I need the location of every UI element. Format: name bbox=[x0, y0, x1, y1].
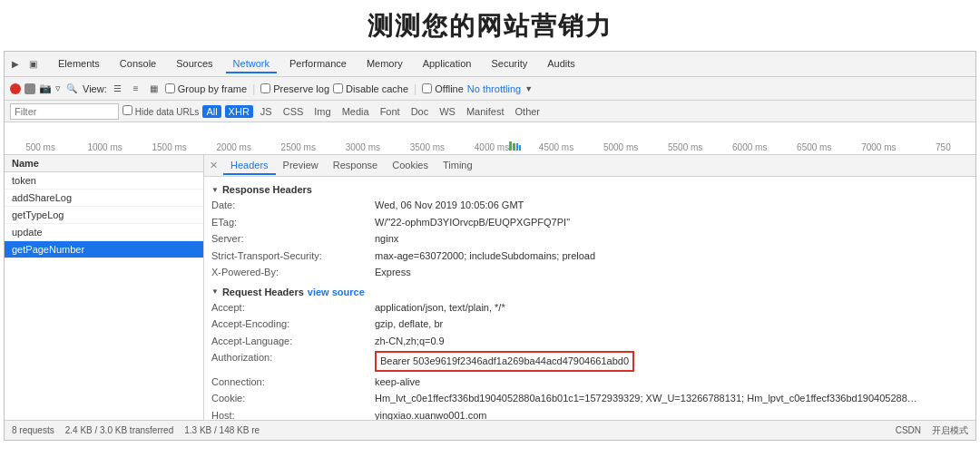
filter-type-ws[interactable]: WS bbox=[436, 105, 459, 118]
group-by-frame-label: Group by frame bbox=[178, 83, 247, 94]
timeline-marker-blue bbox=[516, 143, 518, 151]
filter-type-all[interactable]: All bbox=[202, 105, 220, 118]
request-header-host-name: Host: bbox=[211, 408, 375, 421]
preserve-log-group: Preserve log bbox=[260, 83, 329, 94]
tab-sources[interactable]: Sources bbox=[169, 55, 220, 73]
devtools-container: ▶ ▣ Elements Console Sources Network Per… bbox=[4, 51, 976, 441]
request-header-accept-language-name: Accept-Language: bbox=[211, 334, 375, 349]
tab-application[interactable]: Application bbox=[416, 55, 479, 73]
response-header-server-name: Server: bbox=[211, 231, 375, 247]
response-header-date-value: Wed, 06 Nov 2019 10:05:06 GMT bbox=[375, 198, 524, 213]
right-panel: ✕ Headers Preview Response Cookies Timin… bbox=[204, 155, 975, 420]
request-header-accept: Accept: application/json, text/plain, */… bbox=[211, 299, 968, 316]
filter-type-media[interactable]: Media bbox=[338, 105, 373, 118]
inspect-icon[interactable]: ▶ bbox=[8, 57, 23, 72]
response-header-etag-name: ETag: bbox=[211, 215, 375, 230]
disable-cache-checkbox[interactable] bbox=[333, 83, 343, 93]
request-header-accept-encoding: Accept-Encoding: gzip, deflate, br bbox=[211, 316, 968, 333]
request-list: token addShareLog getTypeLog update getP… bbox=[5, 172, 203, 420]
timeline-label-5000: 5000 ms bbox=[589, 142, 653, 152]
filter-type-font[interactable]: Font bbox=[377, 105, 404, 118]
left-panel: Name token addShareLog getTypeLog update… bbox=[5, 155, 204, 420]
filter-input[interactable] bbox=[10, 103, 119, 120]
filter-type-js[interactable]: JS bbox=[257, 105, 276, 118]
preserve-log-label: Preserve log bbox=[273, 83, 329, 94]
detail-tab-preview[interactable]: Preview bbox=[276, 157, 326, 175]
filter-type-xhr[interactable]: XHR bbox=[225, 105, 253, 118]
device-icon[interactable]: ▣ bbox=[25, 57, 40, 72]
filter-row: Hide data URLs All XHR JS CSS Img Media … bbox=[5, 101, 975, 122]
offline-group: Offline bbox=[422, 83, 464, 94]
response-header-sts-value: max-age=63072000; includeSubdomains; pre… bbox=[375, 248, 595, 264]
request-item-update[interactable]: update bbox=[5, 224, 203, 241]
timeline-label-7000: 7000 ms bbox=[847, 142, 911, 152]
list-icon[interactable]: ≡ bbox=[129, 82, 143, 96]
tab-memory[interactable]: Memory bbox=[359, 55, 410, 73]
transferred-size: 2.4 KB / 3.0 KB transferred bbox=[65, 425, 174, 435]
close-detail-button[interactable]: ✕ bbox=[210, 160, 218, 171]
stop-button[interactable] bbox=[24, 83, 35, 94]
request-item-getPageNumber[interactable]: getPageNumber bbox=[5, 241, 203, 258]
detail-tab-response[interactable]: Response bbox=[326, 157, 386, 175]
filter-type-img[interactable]: Img bbox=[310, 105, 334, 118]
request-item-token[interactable]: token bbox=[5, 172, 203, 190]
tab-performance[interactable]: Performance bbox=[282, 55, 354, 73]
request-header-connection-name: Connection: bbox=[211, 375, 375, 390]
timeline-label-3500: 3500 ms bbox=[395, 142, 459, 152]
hide-data-urls-checkbox[interactable] bbox=[122, 105, 132, 115]
no-throttling-label[interactable]: No throttling bbox=[467, 83, 521, 94]
detail-tab-timing[interactable]: Timing bbox=[436, 157, 480, 175]
tab-elements[interactable]: Elements bbox=[51, 55, 107, 73]
response-header-date-name: Date: bbox=[211, 198, 375, 213]
camera-icon[interactable]: 📷 bbox=[39, 83, 52, 94]
detail-content: ▼ Response Headers Date: Wed, 06 Nov 201… bbox=[204, 177, 975, 420]
offline-checkbox[interactable] bbox=[422, 83, 432, 93]
search-icon[interactable]: 🔍 bbox=[64, 82, 79, 96]
request-header-cookie-value: Hm_lvt_c0e1ffecf336bd1904052880a16b01c1=… bbox=[375, 391, 919, 406]
tab-console[interactable]: Console bbox=[113, 55, 163, 73]
separator2: | bbox=[414, 83, 416, 95]
response-header-etag-value: W/"22-ophmD3YIOrvcpB/EUQPXGPFQ7PI" bbox=[375, 215, 570, 230]
filter-type-css[interactable]: CSS bbox=[279, 105, 308, 118]
request-header-host-value: yingxiao.xuanwo001.com bbox=[375, 408, 487, 421]
request-item-addShareLog[interactable]: addShareLog bbox=[5, 190, 203, 207]
request-item-getTypeLog[interactable]: getTypeLog bbox=[5, 207, 203, 224]
timeline-row: 500 ms 1000 ms 1500 ms 2000 ms 2500 ms 3… bbox=[5, 122, 975, 155]
tab-network[interactable]: Network bbox=[226, 55, 277, 73]
group-by-frame-checkbox[interactable] bbox=[165, 83, 175, 93]
response-header-date: Date: Wed, 06 Nov 2019 10:05:06 GMT bbox=[211, 197, 968, 214]
timeline-label-1000: 1000 ms bbox=[73, 142, 137, 152]
status-bar: 8 requests 2.4 KB / 3.0 KB transferred 1… bbox=[5, 420, 975, 440]
filter-icon[interactable]: ▿ bbox=[55, 83, 61, 94]
request-header-accept-value: application/json, text/plain, */* bbox=[375, 300, 505, 316]
request-header-accept-language-value: zh-CN,zh;q=0.9 bbox=[375, 334, 445, 349]
tab-security[interactable]: Security bbox=[484, 55, 534, 73]
filter-type-doc[interactable]: Doc bbox=[407, 105, 433, 118]
request-list-header: Name bbox=[5, 155, 203, 172]
mode-label: 开启模式 bbox=[932, 424, 968, 437]
record-button[interactable] bbox=[10, 83, 21, 94]
request-header-auth-value: Bearer 503e9619f2346adf1a269ba44acd47904… bbox=[375, 351, 634, 372]
offline-label: Offline bbox=[435, 83, 464, 94]
detail-tab-cookies[interactable]: Cookies bbox=[385, 157, 436, 175]
response-header-xpowered-name: X-Powered-By: bbox=[211, 265, 375, 280]
throttling-dropdown-icon[interactable]: ▼ bbox=[524, 84, 533, 93]
filter-type-manifest[interactable]: Manifest bbox=[463, 105, 508, 118]
request-header-cookie: Cookie: Hm_lvt_c0e1ffecf336bd1904052880a… bbox=[211, 390, 968, 407]
request-headers-section[interactable]: ▼ Request Headers view source bbox=[211, 287, 968, 297]
devtools-tab-bar: ▶ ▣ Elements Console Sources Network Per… bbox=[5, 52, 975, 77]
response-header-etag: ETag: W/"22-ophmD3YIOrvcpB/EUQPXGPFQ7PI" bbox=[211, 214, 968, 231]
tab-audits[interactable]: Audits bbox=[540, 55, 583, 73]
view-source-link[interactable]: view source bbox=[308, 287, 365, 297]
timeline-label-1500: 1500 ms bbox=[137, 142, 201, 152]
preserve-log-checkbox[interactable] bbox=[260, 83, 270, 93]
timeline-labels: 500 ms 1000 ms 1500 ms 2000 ms 2500 ms 3… bbox=[5, 142, 975, 152]
response-headers-section[interactable]: ▼ Response Headers bbox=[211, 184, 968, 195]
timeline-label-750: 750 bbox=[911, 142, 975, 152]
detail-tab-headers[interactable]: Headers bbox=[223, 157, 276, 175]
response-header-server: Server: nginx bbox=[211, 230, 968, 248]
filter-type-other[interactable]: Other bbox=[512, 105, 544, 118]
screenshot-icon[interactable]: ▦ bbox=[147, 82, 162, 96]
grid-icon[interactable]: ☰ bbox=[111, 82, 125, 96]
request-header-host: Host: yingxiao.xuanwo001.com bbox=[211, 407, 968, 421]
